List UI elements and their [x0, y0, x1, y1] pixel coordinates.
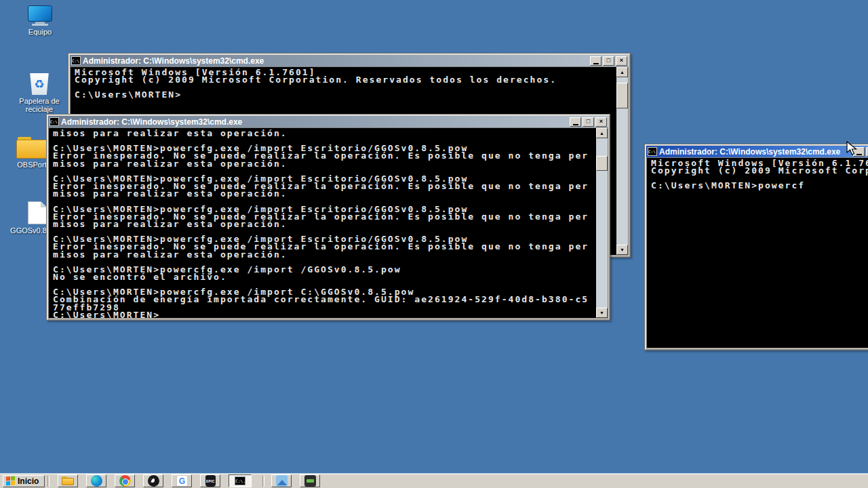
window-title: Administrador: C:\Windows\system32\cmd.e…: [83, 56, 588, 66]
cmd-window-active: C:\. Administrador: C:\Windows\system32\…: [644, 144, 868, 350]
window-title: Administrador: C:\Windows\system32\cmd.e…: [659, 147, 851, 157]
vertical-scrollbar[interactable]: ▲ ▼: [616, 67, 628, 255]
quick-launch-epic-button[interactable]: EPIC: [200, 474, 220, 487]
title-bar[interactable]: C:\. Administrador: C:\Windows\system32\…: [48, 116, 608, 127]
desktop-icon-recycle-bin[interactable]: ♻ Papelera de reciclaje: [9, 73, 70, 113]
quick-launch-google-button[interactable]: G: [172, 474, 192, 487]
quick-launch-chrome-button[interactable]: [115, 474, 135, 487]
minimize-button[interactable]: [570, 117, 581, 127]
cmd-icon: C:\.: [71, 56, 81, 65]
minimize-icon: [593, 63, 599, 64]
maximize-button[interactable]: □: [583, 117, 594, 127]
chrome-icon: [119, 475, 131, 487]
vertical-scrollbar[interactable]: ▲ ▼: [596, 128, 608, 318]
file-icon: [28, 201, 47, 224]
folder-icon: [62, 476, 74, 485]
quick-launch-photos-button[interactable]: [271, 474, 292, 487]
desktop-icon-label: Papelera de reciclaje: [9, 97, 70, 113]
quick-launch-edge-button[interactable]: [86, 474, 106, 487]
scrollbar-track[interactable]: [616, 77, 628, 245]
terminal-output[interactable]: misos para realizar esta operación. C:\U…: [49, 128, 596, 318]
scroll-up-button[interactable]: ▲: [596, 128, 608, 138]
cmd-icon: C:\.: [235, 476, 245, 485]
scroll-down-button[interactable]: ▼: [616, 245, 628, 255]
recycle-bin-icon: ♻: [29, 73, 50, 95]
start-button-label: Inicio: [18, 476, 39, 486]
game-icon: [304, 475, 316, 487]
computer-icon: [28, 5, 52, 26]
mouse-cursor: [846, 141, 861, 159]
scrollbar-track[interactable]: [596, 138, 608, 308]
title-bar[interactable]: C:\. Administrador: C:\Windows\system32\…: [646, 146, 868, 157]
window-title: Administrador: C:\Windows\system32\cmd.e…: [61, 117, 568, 127]
taskbar-separator: [262, 476, 264, 487]
desktop-icon-label: Equipo: [9, 28, 71, 36]
google-icon: G: [176, 475, 188, 487]
edge-icon: [91, 475, 102, 487]
taskbar: Inicio G EPIC C:\.: [0, 473, 868, 488]
close-button[interactable]: ×: [616, 56, 627, 66]
maximize-button[interactable]: □: [603, 56, 614, 66]
quick-launch-cmd-button[interactable]: C:\.: [229, 474, 252, 487]
scroll-up-button[interactable]: ▲: [616, 67, 628, 77]
quick-launch-obs-button[interactable]: [143, 474, 163, 487]
taskbar-separator: [47, 476, 50, 487]
windows-logo-icon: [6, 476, 15, 486]
cmd-icon: C:\.: [50, 117, 59, 126]
folder-icon: [16, 137, 47, 159]
cmd-icon: C:\.: [648, 147, 657, 156]
start-button[interactable]: Inicio: [3, 475, 45, 487]
desktop: { "desktop": { "background_color": "#457…: [0, 0, 868, 488]
desktop-icon-computer[interactable]: Equipo: [9, 5, 71, 36]
minimize-button[interactable]: [590, 56, 601, 66]
epic-games-icon: EPIC: [205, 475, 216, 487]
scrollbar-thumb[interactable]: [616, 83, 628, 108]
close-button[interactable]: ×: [595, 117, 607, 127]
quick-launch-explorer-button[interactable]: [58, 474, 78, 487]
minimize-icon: [573, 124, 578, 125]
title-bar[interactable]: C:\. Administrador: C:\Windows\system32\…: [70, 55, 629, 66]
obs-icon: [148, 475, 159, 487]
terminal-output[interactable]: Microsoft Windows [Versión 6.1.7601] Cop…: [647, 158, 868, 348]
photos-icon: [276, 475, 288, 487]
quick-launch-game-button[interactable]: [300, 474, 320, 487]
scrollbar-thumb[interactable]: [596, 156, 608, 171]
scroll-down-button[interactable]: ▼: [596, 308, 608, 318]
cmd-window-middle: C:\. Administrador: C:\Windows\system32\…: [46, 114, 610, 321]
